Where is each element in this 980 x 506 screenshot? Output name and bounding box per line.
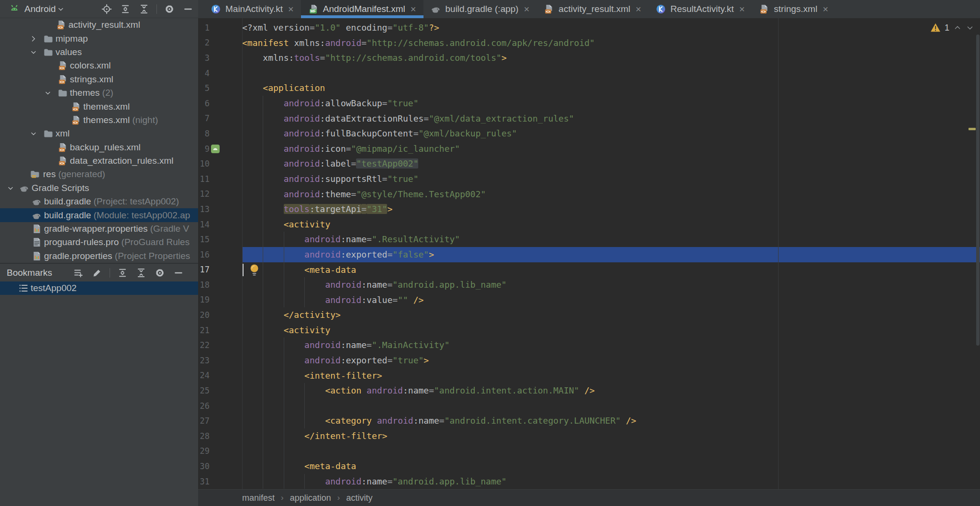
tree-item-activity_result.xml[interactable]: <>activity_result.xml xyxy=(0,18,198,32)
collapse-all-icon[interactable] xyxy=(135,267,147,279)
tab-activity_result.xml[interactable]: <>activity_result.xml× xyxy=(536,0,648,18)
line-number[interactable]: 18 xyxy=(198,280,210,290)
code-text[interactable] xyxy=(242,66,980,81)
gutter[interactable]: 25 xyxy=(198,383,242,398)
settings-icon[interactable] xyxy=(163,3,176,15)
close-tab-icon[interactable]: × xyxy=(411,4,416,15)
gutter[interactable]: 26 xyxy=(198,398,242,414)
line-number[interactable]: 19 xyxy=(198,295,210,304)
close-tab-icon[interactable]: × xyxy=(288,4,294,15)
line-number[interactable]: 6 xyxy=(198,99,210,108)
gutter[interactable]: 2 xyxy=(198,35,242,51)
gutter[interactable]: 12 xyxy=(198,187,242,202)
tree-item-Gradle Scripts[interactable]: Gradle Scripts xyxy=(0,181,198,195)
gutter[interactable]: 9 xyxy=(198,141,242,157)
editor-scrollbar[interactable] xyxy=(976,34,980,346)
tab-ResultActivity.kt[interactable]: ResultActivity.kt× xyxy=(648,0,752,18)
gutter[interactable]: 30 xyxy=(198,459,242,474)
code-line-23[interactable]: 23 android:exported="true"> xyxy=(198,353,980,368)
code-line-7[interactable]: 7 android:dataExtractionRules="@xml/data… xyxy=(198,111,980,126)
code-line-2[interactable]: 2<manifest xmlns:android="http://schemas… xyxy=(198,35,980,51)
line-number[interactable]: 21 xyxy=(198,326,210,335)
code-line-11[interactable]: 11 android:supportsRtl="true" xyxy=(198,171,980,187)
expand-all-icon[interactable] xyxy=(116,267,129,279)
line-number[interactable]: 20 xyxy=(198,310,210,320)
line-number[interactable]: 30 xyxy=(198,461,210,471)
chevron-down-icon[interactable] xyxy=(56,3,66,15)
code-line-29[interactable]: 29 xyxy=(198,444,980,459)
code-line-31[interactable]: 31 android:name="android.app.lib_name" xyxy=(198,474,980,489)
tree-item-gradle.properties[interactable]: gradle.properties (Project Properties xyxy=(0,249,198,263)
code-line-15[interactable]: 15 android:name=".ResultActivity" xyxy=(198,232,980,247)
line-number[interactable]: 23 xyxy=(198,356,210,365)
code-line-6[interactable]: 6 android:allowBackup="true" xyxy=(198,96,980,111)
tree-item-data_extraction_rules.xml[interactable]: <>data_extraction_rules.xml xyxy=(0,154,198,168)
code-line-30[interactable]: 30 <meta-data xyxy=(198,459,980,474)
next-warning-chevron-down-icon[interactable] xyxy=(966,23,974,32)
code-text[interactable]: <category android:name="android.intent.c… xyxy=(242,413,980,428)
close-tab-icon[interactable]: × xyxy=(635,4,641,15)
tab-strings.xml[interactable]: <>strings.xml× xyxy=(752,0,835,18)
gutter[interactable]: 16 xyxy=(198,247,242,262)
bookmark-item-testApp002[interactable]: testApp002 xyxy=(0,281,198,295)
code-text[interactable]: android:name=".MainActivity" xyxy=(242,337,980,353)
project-view-selector[interactable]: Android xyxy=(24,4,56,14)
gutter[interactable]: 4 xyxy=(198,66,242,81)
code-line-18[interactable]: 18 android:name="android.app.lib_name" xyxy=(198,277,980,292)
code-text[interactable]: <?xml version="1.0" encoding="utf-8"?> xyxy=(242,20,980,35)
code-line-27[interactable]: 27 <category android:name="android.inten… xyxy=(198,413,980,428)
code-line-16[interactable]: 16 android:exported="false"> xyxy=(198,247,980,262)
close-tab-icon[interactable]: × xyxy=(823,4,828,15)
tree-item-proguard-rules.pro[interactable]: proguard-rules.pro (ProGuard Rules xyxy=(0,236,198,249)
chevron-down-icon[interactable] xyxy=(30,130,37,137)
line-number[interactable]: 10 xyxy=(198,159,210,169)
tab-MainActivity.kt[interactable]: MainActivity.kt× xyxy=(203,0,301,18)
gutter[interactable]: 6 xyxy=(198,96,242,111)
line-number[interactable]: 25 xyxy=(198,386,210,395)
code-line-20[interactable]: 20 </activity> xyxy=(198,307,980,323)
code-line-14[interactable]: 14 <activity xyxy=(198,217,980,232)
line-number[interactable]: 9 xyxy=(198,144,210,154)
code-line-24[interactable]: 24 <intent-filter> xyxy=(198,368,980,383)
line-number[interactable]: 13 xyxy=(198,204,210,214)
code-text[interactable]: android:exported="false"> xyxy=(242,247,980,262)
tree-item-build.gradle[interactable]: build.gradle (Module: testApp002.ap xyxy=(0,208,198,222)
gutter[interactable]: 1 xyxy=(198,20,242,35)
tree-item-themes.xml[interactable]: <>themes.xml xyxy=(0,100,198,113)
breadcrumb-item-application[interactable]: application xyxy=(290,493,331,503)
code-text[interactable]: <meta-data xyxy=(242,262,980,278)
tree-item-colors.xml[interactable]: <>colors.xml xyxy=(0,59,198,72)
line-number[interactable]: 24 xyxy=(198,371,210,380)
code-text[interactable]: android:exported="true"> xyxy=(242,353,980,368)
intention-lightbulb-icon[interactable] xyxy=(249,263,260,277)
code-line-22[interactable]: 22 android:name=".MainActivity" xyxy=(198,337,980,353)
line-number[interactable]: 4 xyxy=(198,68,210,78)
gutter[interactable]: 23 xyxy=(198,353,242,368)
gutter[interactable]: 5 xyxy=(198,80,242,96)
settings-icon[interactable] xyxy=(154,267,166,279)
tree-item-strings.xml[interactable]: <>strings.xml xyxy=(0,73,198,86)
code-line-26[interactable]: 26 xyxy=(198,398,980,414)
gutter[interactable]: 22 xyxy=(198,337,242,353)
code-text[interactable]: android:value="" /> xyxy=(242,292,980,308)
code-text[interactable]: <manifest xmlns:android="http://schemas.… xyxy=(242,35,980,51)
line-number[interactable]: 1 xyxy=(198,23,210,33)
gutter[interactable]: 3 xyxy=(198,50,242,66)
tree-item-gradle-wrapper.properties[interactable]: gradle-wrapper.properties (Gradle V xyxy=(0,222,198,236)
code-text[interactable] xyxy=(242,398,980,414)
gutter[interactable]: 28 xyxy=(198,428,242,444)
code-text[interactable]: <meta-data xyxy=(242,459,980,474)
breadcrumb-item-manifest[interactable]: manifest xyxy=(242,493,275,503)
code-text[interactable]: android:name=".ResultActivity" xyxy=(242,232,980,247)
tab-build.gradle (:app)[interactable]: build.gradle (:app)× xyxy=(423,0,537,18)
tab-AndroidManifest.xml[interactable]: MFAndroidManifest.xml× xyxy=(301,0,423,18)
gutter[interactable]: 11 xyxy=(198,171,242,187)
gutter[interactable]: 14 xyxy=(198,217,242,232)
line-number[interactable]: 22 xyxy=(198,340,210,350)
tree-item-themes.xml[interactable]: <>themes.xml (night) xyxy=(0,113,198,127)
code-text[interactable]: android:label="testApp002" xyxy=(242,156,980,171)
code-line-12[interactable]: 12 android:theme="@style/Theme.TestApp00… xyxy=(198,187,980,202)
code-text[interactable]: <application xyxy=(242,80,980,96)
line-number[interactable]: 7 xyxy=(198,113,210,123)
gutter[interactable]: 17 xyxy=(198,262,242,278)
